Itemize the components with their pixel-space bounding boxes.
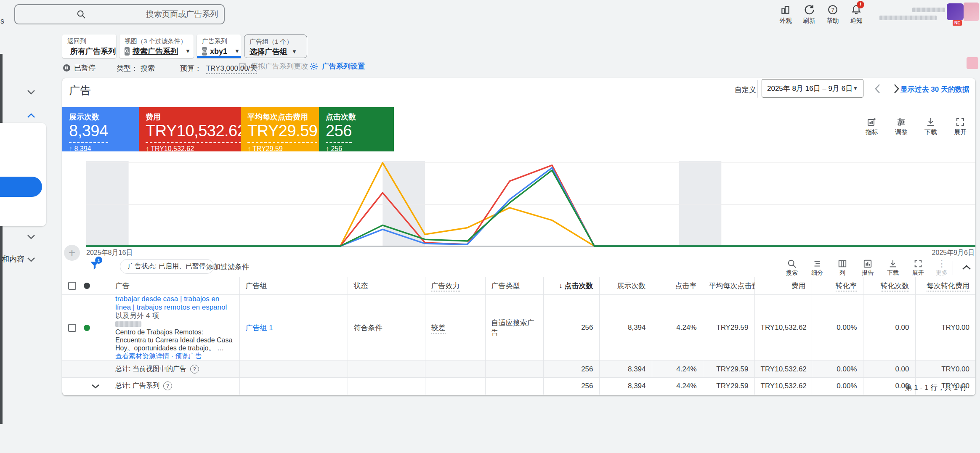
more-button[interactable]: ⋮ 更多: [930, 259, 953, 277]
avatar[interactable]: [947, 3, 964, 20]
chart-end-date: 2025年9月6日: [932, 249, 975, 257]
col-header-ad-type[interactable]: 广告类型: [485, 277, 543, 295]
cell-status: 符合条件: [348, 295, 425, 361]
daterange-mode: 自定义: [735, 85, 756, 95]
col-header-ad-strength[interactable]: 广告效力: [425, 277, 485, 295]
page-title: 广告: [69, 83, 91, 98]
ad-title-suffix: 以及另外 4 项: [115, 312, 159, 320]
col-header-clicks-sorted[interactable]: ↓ 点击次数: [543, 277, 599, 295]
enabled-status-icon[interactable]: [84, 325, 90, 331]
cell-ctr: 4.24%: [652, 295, 703, 361]
totals-cost-per-conv: TRY0.00: [915, 361, 975, 378]
status-dot-column-icon: [84, 283, 90, 289]
help-button[interactable]: ? 帮助: [821, 4, 845, 25]
ad-title-link[interactable]: trabajar desde casa | trabajos en línea …: [115, 295, 227, 311]
cell-ad-strength[interactable]: 较差: [425, 295, 485, 361]
daterange-next-icon[interactable]: [892, 83, 900, 94]
google-ads-page: s 和内容 搜索页面或广告系列 外观 刷新 ? 帮助 通知 ! NE 返回到 所…: [0, 0, 980, 453]
row-checkbox[interactable]: [68, 324, 76, 332]
chevron-down-icon: ▼: [234, 46, 240, 56]
col-header-conversions[interactable]: 转化次数: [863, 277, 915, 295]
global-search[interactable]: 搜索页面或广告系列: [14, 4, 225, 24]
table-pagination: 第 1 - 1 行，共 1 行: [62, 378, 975, 395]
filter-chip-ad-status[interactable]: 广告状态: 已启用、已暂停: [120, 259, 214, 274]
col-header-conv-rate[interactable]: 转化率: [812, 277, 863, 295]
daterange-select[interactable]: 2025年 8月 16日 – 9月 6日 ▼: [762, 79, 863, 98]
up-arrow-icon: ↑: [146, 145, 149, 152]
scorecard-impressions[interactable]: 展示次数 8,394 ↑ 8,394: [62, 107, 139, 151]
notifications-button[interactable]: 通知: [844, 4, 868, 25]
cell-conv-rate: 0.00%: [812, 295, 863, 361]
nav-blue-button-fragment[interactable]: [0, 177, 42, 197]
performance-chart-svg[interactable]: [86, 161, 975, 248]
col-header-impressions[interactable]: 展示次数: [599, 277, 652, 295]
chevron-down-icon[interactable]: [26, 257, 36, 262]
ads-table: 广告 广告组 状态 广告效力 广告类型 ↓ 点击次数 展示次数 点击率 平均每次…: [62, 277, 975, 395]
gear-icon: [309, 62, 319, 71]
download-chart-button[interactable]: 下载: [917, 117, 944, 136]
collapse-table-chevron-icon[interactable]: [961, 264, 972, 271]
col-header-avg-cpc[interactable]: 平均每次点击费用: [703, 277, 754, 295]
columns-icon: [838, 259, 847, 268]
up-arrow-icon: ↑: [326, 145, 329, 152]
breadcrumb-campaign-selector[interactable]: 广告系列 xby1 ▼: [197, 34, 241, 58]
redacted-thumbnail: [967, 57, 978, 69]
breadcrumb-back-to-all-campaigns[interactable]: 返回到 所有广告系列: [62, 34, 116, 58]
campaign-status: 已暂停: [63, 62, 96, 73]
cell-ad-group[interactable]: 广告组 1: [239, 295, 348, 361]
download-table-button[interactable]: 下载: [881, 259, 905, 277]
scorecard-clicks[interactable]: 点击次数 256 ↑ 256: [319, 107, 394, 151]
campaign-settings-button[interactable]: 广告系列设置: [309, 61, 365, 71]
cell-ad-type: 自适应搜索广告: [485, 295, 543, 361]
refresh-button[interactable]: 刷新: [797, 4, 821, 25]
avatar: [964, 3, 979, 21]
report-button[interactable]: 报告: [856, 259, 879, 277]
totals-conversions: 0.00: [863, 361, 915, 378]
cell-avg-cpc: TRY29.59: [703, 295, 754, 361]
nav-drawer-edge: [0, 54, 3, 424]
cell-cost: TRY10,532.62: [754, 295, 812, 361]
col-header-ctr[interactable]: 点击率: [652, 277, 703, 295]
select-all-checkbox[interactable]: [68, 282, 76, 290]
search-placeholder: 搜索页面或广告系列: [146, 9, 218, 20]
show-last-30-days-link[interactable]: 显示过去 30 天的数据: [900, 85, 969, 94]
scorecard-avg-cpc[interactable]: 平均每次点击费用 TRY29.59 ↑ TRY29.59: [241, 107, 319, 151]
col-header-ad-group[interactable]: 广告组: [239, 277, 348, 295]
daterange-prev-icon[interactable]: [874, 83, 882, 94]
appearance-button[interactable]: 外观: [773, 4, 798, 25]
scorecard-cost[interactable]: 费用 TRY10,532.62 ↑ TRY10,532.62: [139, 107, 241, 151]
col-header-status[interactable]: 状态: [348, 277, 425, 295]
sliders-icon: [896, 117, 906, 127]
columns-button[interactable]: 列: [831, 259, 854, 277]
nav-item-label-fragment[interactable]: 和内容: [2, 254, 24, 264]
add-filter-button[interactable]: 添加过滤条件: [206, 262, 249, 272]
breadcrumb-view-selector[interactable]: 视图（3 个过滤条件） 搜索广告系列 ▼: [120, 34, 194, 58]
col-header-cost-per-conv[interactable]: 每次转化费用: [915, 277, 975, 295]
divider: [757, 80, 758, 98]
cell-clicks: 256: [543, 295, 599, 361]
breadcrumb-adgroup-selector[interactable]: 广告组（1 个） 选择广告组 ▼: [244, 34, 307, 58]
col-header-cost[interactable]: 费用: [754, 277, 812, 295]
scorecards: 展示次数 8,394 ↑ 8,394 费用 TRY10,532.62 ↑ TRY…: [62, 107, 394, 151]
metrics-button[interactable]: 指标: [858, 117, 885, 136]
chevron-down-icon[interactable]: [26, 234, 36, 240]
chart-start-date: 2025年8月16日: [86, 249, 133, 257]
segment-button[interactable]: 细分: [805, 259, 829, 277]
filter-button[interactable]: 1: [89, 260, 102, 273]
chevron-up-icon[interactable]: [26, 113, 36, 119]
campaign-icon: [202, 47, 207, 56]
col-header-ad[interactable]: 广告: [106, 277, 239, 295]
segment-icon: [813, 259, 822, 268]
expand-table-button[interactable]: 展开: [906, 259, 930, 277]
chevron-down-icon[interactable]: [26, 89, 36, 95]
help-icon[interactable]: ?: [190, 365, 199, 374]
expand-chart-button[interactable]: 展开: [947, 117, 974, 136]
account-new-badge: NE: [953, 20, 962, 26]
ad-asset-links[interactable]: 查看素材资源详情 · 预览广告: [115, 352, 234, 360]
scoped-view-icon: [125, 47, 130, 56]
adjust-button[interactable]: 调整: [888, 117, 915, 136]
add-button[interactable]: +: [64, 245, 80, 261]
nav-text-fragment: s: [0, 17, 4, 26]
table-search-button[interactable]: 搜索: [780, 259, 804, 277]
table-header-row: 广告 广告组 状态 广告效力 广告类型 ↓ 点击次数 展示次数 点击率 平均每次…: [62, 277, 975, 295]
